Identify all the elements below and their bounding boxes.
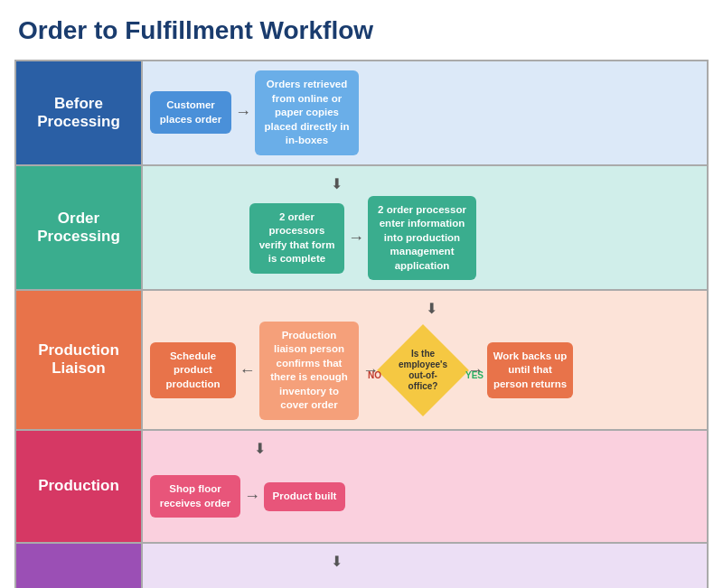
lane-before-row: Before Processing Customer places order … [15,61,708,165]
box-schedule-production: Schedule product production [150,342,236,399]
lane-order-row: Order Processing ⬇ 2 order processors ve… [15,165,708,291]
v-arrow-from-production: ⬇ [150,553,700,570]
arrow-2: → [344,229,368,247]
arrow-1: → [231,103,255,122]
lane-order-content: ⬇ 2 order processors verify that form is… [142,165,708,291]
lane-liaison-row: Production Liaison ⬇ Schedule product pr… [15,290,708,429]
arrow-6: → [240,487,264,506]
v-arrow-from-liaison: ⬇ [150,440,700,457]
lane-fulfillment-row: Fulfillment ⬇ Courier confirms delivery … [15,543,708,588]
lane-fulfillment-content: ⬇ Courier confirms delivery → Order pack… [142,543,708,588]
v-arrow-from-before: ⬇ [150,175,700,192]
diamond-out-of-office: Is the employee's out-of-office? NO YES [382,334,464,406]
lane-before-label: Before Processing [15,61,142,165]
lane-production-label: Production [15,430,142,543]
box-liaison-confirms: Production liaison person confirms that … [259,322,359,420]
box-product-built: Product built [264,482,345,511]
workflow-table: Before Processing Customer places order … [14,60,709,588]
box-shop-floor: Shop floor receives order [150,475,240,518]
lane-production-row: Production ⬇ Shop floor receives order →… [15,430,708,543]
lane-production-content: ⬇ Shop floor receives order → Product bu… [142,430,708,543]
arrow-3: → [236,361,259,380]
lane-liaison-label: Production Liaison [15,290,142,429]
box-work-backs-up: Work backs up until that person returns [487,342,573,399]
box-customer-order: Customer places order [150,91,231,134]
box-orders-retrieved: Orders retrieved from online or paper co… [255,70,359,155]
lane-liaison-content: ⬇ Schedule product production → Producti… [142,290,708,429]
lane-before-content: Customer places order → Orders retrieved… [142,61,708,165]
lane-fulfillment-label: Fulfillment [15,543,142,588]
box-order-enter-info: 2 order processor enter information into… [368,196,476,281]
page-title: Order to Fulfillment Workflow [14,16,373,45]
v-arrow-from-order: ⬇ [150,300,700,317]
lane-order-label: Order Processing [15,165,142,291]
box-processors-verify: 2 order processors verify that form is c… [249,203,344,274]
